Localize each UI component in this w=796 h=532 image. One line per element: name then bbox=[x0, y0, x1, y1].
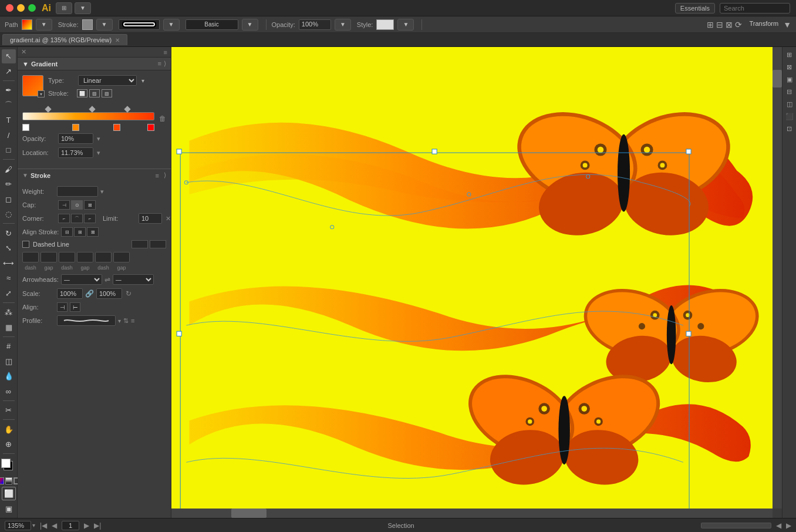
close-button[interactable] bbox=[6, 4, 14, 12]
blend-tool-btn[interactable]: ∞ bbox=[2, 384, 16, 398]
gradient-bar[interactable] bbox=[22, 112, 154, 120]
scale-tool-btn[interactable]: ⤡ bbox=[2, 241, 16, 255]
align-center-icon[interactable]: ⊟ bbox=[716, 20, 723, 29]
search-input[interactable] bbox=[720, 3, 790, 14]
paintbrush-tool-btn[interactable]: 🖌 bbox=[2, 162, 16, 176]
curvature-tool-btn[interactable]: ⌒ bbox=[2, 98, 16, 112]
draw-mode-btn[interactable]: ⬜ bbox=[2, 487, 16, 501]
handle-tr[interactable] bbox=[686, 149, 691, 154]
dashed-line-checkbox[interactable] bbox=[22, 241, 29, 248]
scale-start-input[interactable] bbox=[57, 288, 83, 299]
rotate-tool-btn[interactable]: ↻ bbox=[2, 226, 16, 240]
foreground-color-swatch[interactable] bbox=[1, 459, 11, 468]
gradient-stop-red[interactable] bbox=[147, 124, 154, 131]
gradient-stop-orange2[interactable] bbox=[113, 124, 120, 131]
horizontal-scrollbar[interactable] bbox=[171, 509, 773, 518]
align-right-icon[interactable]: ⊠ bbox=[726, 20, 733, 29]
stroke-icon-1[interactable]: ⬜ bbox=[77, 89, 87, 97]
line-tool-btn[interactable]: / bbox=[2, 128, 16, 142]
panel-collapse-icon[interactable]: ≡ bbox=[164, 49, 167, 56]
cap-square-btn[interactable]: ⊠ bbox=[84, 200, 96, 210]
gradient-type-select[interactable]: Linear Radial bbox=[78, 75, 137, 86]
gradient-midpoint-3[interactable] bbox=[124, 106, 130, 112]
tab-close-btn[interactable]: ✕ bbox=[115, 37, 120, 43]
vscroll-thumb[interactable] bbox=[773, 70, 782, 87]
style-btn[interactable]: ▼ bbox=[397, 19, 414, 31]
scale-end-input[interactable] bbox=[96, 288, 122, 299]
scale-sync-icon[interactable]: ↻ bbox=[126, 289, 131, 298]
eyedropper-tool-btn[interactable]: 💧 bbox=[2, 369, 16, 383]
type-tool-btn[interactable]: T bbox=[2, 113, 16, 127]
panel-close-icon[interactable]: ✕ bbox=[21, 48, 26, 56]
dash-pattern-btn-2[interactable] bbox=[150, 240, 166, 248]
align-outside-stroke-btn[interactable]: ⊠ bbox=[87, 227, 99, 237]
gradient-delete-btn[interactable]: 🗑 bbox=[159, 115, 166, 123]
opacity-input[interactable] bbox=[58, 133, 93, 144]
essentials-dropdown[interactable]: Essentials bbox=[675, 3, 715, 14]
page-prev-btn[interactable]: ◀ bbox=[52, 521, 57, 530]
stroke-preview[interactable] bbox=[119, 19, 160, 30]
vertical-scrollbar[interactable] bbox=[773, 47, 782, 509]
gradient-panel-header[interactable]: ▼ Gradient ≡ ⟩ bbox=[18, 58, 171, 70]
weight-dropdown-icon[interactable]: ▾ bbox=[100, 188, 104, 196]
hscroll-thumb[interactable] bbox=[231, 509, 267, 518]
stroke-icon-3[interactable]: ▧ bbox=[102, 89, 112, 97]
corner-round-btn[interactable]: ⌒ bbox=[71, 214, 83, 223]
gradient-midpoint-1[interactable] bbox=[45, 106, 51, 112]
cap-butt-btn[interactable]: ⊣ bbox=[58, 200, 70, 210]
stroke-panel-expand-icon[interactable]: ⟩ bbox=[164, 171, 166, 179]
select-tool-btn[interactable]: ↖ bbox=[2, 49, 16, 63]
minimize-button[interactable] bbox=[17, 4, 25, 12]
gradient-swatch-arrow[interactable]: ▾ bbox=[38, 90, 45, 97]
right-btn-6[interactable]: ⬛ bbox=[784, 111, 795, 122]
zoom-tool-btn[interactable]: ⊕ bbox=[2, 437, 16, 452]
scissors-tool-btn[interactable]: ✂ bbox=[2, 403, 16, 417]
warp-tool-btn[interactable]: ≈ bbox=[2, 271, 16, 285]
handle-tm[interactable] bbox=[432, 149, 437, 154]
gradient-stop-orange[interactable] bbox=[72, 124, 79, 131]
screen-mode-btn[interactable]: ▣ bbox=[2, 501, 16, 516]
transform-more-icon[interactable]: ▼ bbox=[783, 20, 791, 29]
rect-tool-btn[interactable]: □ bbox=[2, 143, 16, 157]
right-btn-3[interactable]: ▣ bbox=[784, 74, 795, 85]
opacity-dropdown-icon[interactable]: ▾ bbox=[97, 135, 100, 143]
arrow-swap-icon[interactable]: ⇌ bbox=[104, 275, 110, 284]
stroke-type-btn[interactable]: ▼ bbox=[96, 19, 113, 31]
stroke-style-btn[interactable]: ▼ bbox=[163, 19, 180, 31]
align-arrow-tip-btn[interactable]: ⊣ bbox=[57, 302, 68, 312]
corner-bevel-btn[interactable]: ⌐ bbox=[84, 214, 96, 223]
page-next-next-btn[interactable]: ▶| bbox=[94, 521, 101, 530]
direct-select-tool-btn[interactable]: ↗ bbox=[2, 65, 16, 79]
pencil-tool-btn[interactable]: ✏ bbox=[2, 177, 16, 191]
profile-select[interactable] bbox=[57, 315, 116, 326]
width-tool-btn[interactable]: ⟷ bbox=[2, 256, 16, 270]
zoom-input[interactable] bbox=[5, 521, 31, 530]
gap-box-3[interactable] bbox=[113, 252, 130, 262]
weight-input[interactable] bbox=[57, 186, 98, 197]
align-left-icon[interactable]: ⊞ bbox=[707, 20, 714, 29]
free-transform-tool-btn[interactable]: ⤢ bbox=[2, 286, 16, 300]
panel-menu-icon[interactable]: ≡ bbox=[158, 60, 161, 68]
stroke-icon-2[interactable]: ▨ bbox=[89, 89, 100, 97]
blob-brush-tool-btn[interactable]: ◻ bbox=[2, 192, 16, 206]
anchor-point-2[interactable] bbox=[330, 225, 334, 229]
opacity-btn[interactable]: ▼ bbox=[335, 19, 351, 31]
gradient-mode-btn[interactable] bbox=[5, 477, 12, 484]
stroke-swatch[interactable] bbox=[82, 19, 93, 30]
handle-tl[interactable] bbox=[177, 149, 181, 154]
limit-close-icon[interactable]: ✕ bbox=[166, 215, 171, 223]
toolbar-icon-btn[interactable]: ⊞ bbox=[56, 2, 72, 14]
stroke-panel-header[interactable]: ▼ Stroke ≡ ⟩ bbox=[18, 169, 171, 181]
pen-tool-btn[interactable]: ✒ bbox=[2, 83, 16, 97]
gradient-midpoint-2[interactable] bbox=[89, 106, 95, 112]
fill-type-btn[interactable]: ▼ bbox=[36, 19, 52, 31]
style-swatch[interactable] bbox=[376, 19, 394, 30]
panel-expand-icon[interactable]: ⟩ bbox=[164, 60, 166, 68]
profile-dropdown-icon[interactable]: ▾ bbox=[118, 318, 121, 324]
align-inside-stroke-btn[interactable]: ⊞ bbox=[74, 227, 86, 237]
profile-flip-icon[interactable]: ⇅ bbox=[123, 317, 129, 325]
location-input[interactable] bbox=[58, 147, 93, 158]
page-next-btn[interactable]: ▶ bbox=[84, 521, 89, 530]
document-tab[interactable]: gradient.ai @ 135% (RGB/Preview) ✕ bbox=[2, 34, 127, 45]
hand-tool-btn[interactable]: ✋ bbox=[2, 422, 16, 436]
